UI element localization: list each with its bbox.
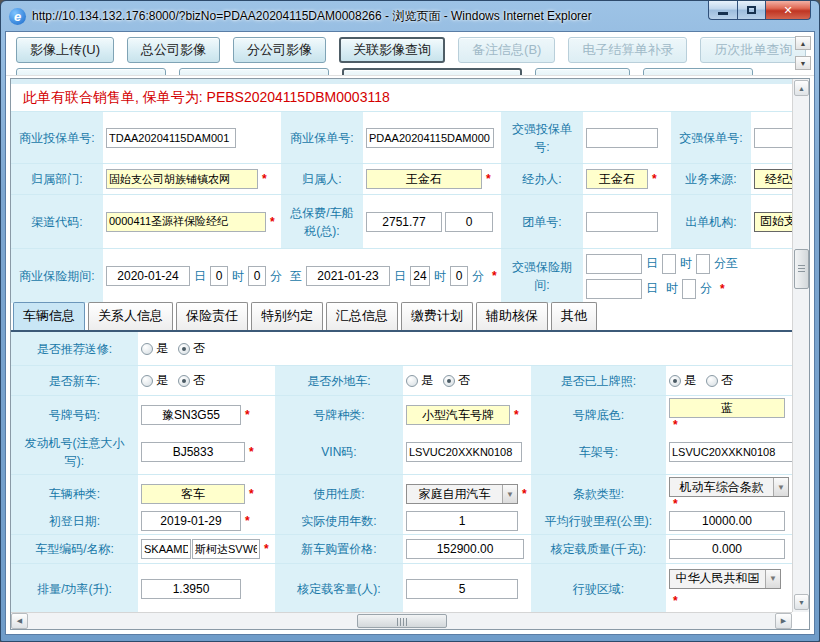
- tab-summary-info[interactable]: 汇总信息: [326, 302, 398, 330]
- biz-period-end-minute-input[interactable]: [450, 266, 468, 286]
- biz-application-no-input[interactable]: [106, 128, 236, 148]
- toolbar-button-partial[interactable]: [535, 68, 630, 76]
- related-image-query-button[interactable]: 关联影像查询: [339, 37, 445, 63]
- radio-yes-label: 是: [156, 372, 168, 389]
- joint-sale-notice: 此单有联合销售单, 保单号为: PEBS20204115DBM0003118: [11, 84, 792, 111]
- window-controls: ✕: [708, 1, 811, 20]
- ctp-period-start-hour-input[interactable]: [662, 254, 676, 274]
- issue-org-select[interactable]: 固始支公: [754, 212, 792, 232]
- owner-input[interactable]: [366, 169, 482, 189]
- biz-period-end-hour-input[interactable]: [410, 266, 430, 286]
- licensed-yes-radio[interactable]: [669, 375, 681, 387]
- vertical-scrollbar[interactable]: ▲ ▼: [792, 79, 809, 612]
- scroll-right-icon[interactable]: ▶: [775, 613, 792, 629]
- model-name-input[interactable]: [192, 539, 260, 559]
- licensed-no-radio[interactable]: [706, 375, 718, 387]
- toolbar-button-partial[interactable]: [643, 68, 753, 76]
- browser-window: e http://10.134.132.176:8000/?bizNo=PDAA…: [0, 0, 820, 642]
- branch-image-button[interactable]: 分公司影像: [233, 37, 326, 63]
- scroll-up-icon[interactable]: ▲: [794, 80, 809, 96]
- frame-no-label: 车架号:: [531, 430, 666, 474]
- displacement-input[interactable]: [141, 579, 241, 599]
- policy-form-panel: 此单有联合销售单, 保单号为: PEBS20204115DBM0003118 商…: [10, 78, 810, 630]
- group-policy-no-input[interactable]: [586, 212, 658, 232]
- horizontal-scrollbar-track[interactable]: [28, 614, 775, 628]
- channel-code-input[interactable]: [106, 212, 266, 232]
- ctp-period-start-date-input[interactable]: [586, 254, 642, 274]
- ctp-period-start-minute-input[interactable]: [696, 254, 710, 274]
- ctp-period-end-date-input[interactable]: [586, 279, 642, 299]
- toolbar-button-partial[interactable]: [16, 68, 166, 76]
- minimize-button[interactable]: [708, 1, 737, 20]
- ctp-policy-no-input[interactable]: [754, 128, 792, 148]
- vin-input[interactable]: [406, 442, 522, 462]
- business-source-select[interactable]: 经纪业: [754, 169, 792, 189]
- required-asterisk: *: [720, 282, 725, 296]
- seats-label: 核定载客量(人):: [275, 564, 403, 612]
- toolbar-button-partial[interactable]: [179, 68, 329, 76]
- frame-no-input[interactable]: [669, 442, 792, 462]
- horizontal-scrollbar[interactable]: ◀ ▶: [11, 612, 792, 629]
- model-code-input[interactable]: [141, 539, 191, 559]
- plate-type-input[interactable]: [406, 405, 510, 425]
- tab-special-agreement[interactable]: 特别约定: [251, 302, 323, 330]
- register-date-input[interactable]: [141, 511, 241, 531]
- scroll-left-icon[interactable]: ◀: [11, 613, 28, 629]
- clause-type-select[interactable]: 机动车综合条款▼: [669, 477, 789, 497]
- form-row-policy-numbers: 商业投保单号: 商业保单号: 交强投保单号: 交强保单号:: [11, 111, 792, 163]
- tab-vehicle-info[interactable]: 车辆信息: [13, 302, 85, 330]
- toolbar-button-partial[interactable]: [342, 68, 522, 76]
- engine-no-input[interactable]: [141, 442, 245, 462]
- handler-input[interactable]: [586, 169, 648, 189]
- new-car-label: 是否新车:: [11, 366, 138, 395]
- drive-area-select[interactable]: 中华人民共和国▼: [669, 569, 781, 589]
- biz-period-start-hour-input[interactable]: [210, 266, 228, 286]
- close-button[interactable]: ✕: [765, 1, 811, 20]
- ctp-application-no-input[interactable]: [586, 128, 658, 148]
- nonlocal-car-no-radio[interactable]: [443, 375, 455, 387]
- vehicle-type-input[interactable]: [141, 484, 245, 504]
- usage-select[interactable]: 家庭自用汽车▼: [406, 484, 518, 504]
- new-price-input[interactable]: [406, 539, 524, 559]
- new-car-yes-radio[interactable]: [141, 375, 153, 387]
- scroll-up-icon[interactable]: ▲: [795, 36, 811, 50]
- total-premium-input[interactable]: [366, 212, 442, 232]
- avg-mileage-input[interactable]: [669, 511, 785, 531]
- department-input[interactable]: [106, 169, 258, 189]
- plate-no-input[interactable]: [141, 405, 241, 425]
- required-asterisk: *: [522, 487, 527, 501]
- tab-other[interactable]: 其他: [551, 302, 597, 330]
- radio-yes-label: 是: [421, 372, 433, 389]
- biz-period-end-date-input[interactable]: [306, 266, 390, 286]
- horizontal-scrollbar-thumb[interactable]: [357, 614, 447, 628]
- maximize-button[interactable]: [737, 1, 765, 20]
- vertical-scrollbar-thumb[interactable]: [794, 249, 809, 289]
- toolbar-scroll-spinner: ▲ ▼: [795, 36, 811, 70]
- biz-policy-no-input[interactable]: [366, 128, 494, 148]
- ctp-period-end-minute-input[interactable]: [682, 279, 696, 299]
- nonlocal-car-yes-radio[interactable]: [406, 375, 418, 387]
- title-bar[interactable]: e http://10.134.132.176:8000/?bizNo=PDAA…: [1, 1, 819, 31]
- scroll-down-icon[interactable]: ▼: [795, 56, 811, 70]
- plate-color-input[interactable]: [669, 398, 785, 418]
- vehicle-tax-input[interactable]: [445, 212, 493, 232]
- used-years-input[interactable]: [406, 511, 518, 531]
- recommend-repair-no-radio[interactable]: [178, 343, 190, 355]
- tab-auxiliary-underwriting[interactable]: 辅助核保: [476, 302, 548, 330]
- vin-label: VIN码:: [275, 430, 403, 474]
- tab-related-persons[interactable]: 关系人信息: [88, 302, 173, 330]
- head-office-image-button[interactable]: 总公司影像: [127, 37, 220, 63]
- biz-period-start-minute-input[interactable]: [248, 266, 266, 286]
- seats-input[interactable]: [406, 579, 518, 599]
- row-model-price: 车型编码/名称: * 新车购置价格: 核定载质量(千克):: [11, 534, 792, 563]
- recommend-repair-yes-radio[interactable]: [141, 343, 153, 355]
- scrollbar-grip: [397, 618, 407, 626]
- image-upload-button[interactable]: 影像上传(U): [16, 37, 114, 63]
- tab-payment-plan[interactable]: 缴费计划: [401, 302, 473, 330]
- biz-period-start-date-input[interactable]: [106, 266, 190, 286]
- load-weight-input[interactable]: [669, 539, 785, 559]
- scroll-down-icon[interactable]: ▼: [794, 594, 809, 610]
- form-row-ownership: 归属部门: * 归属人: * 经办人: * 业务来源: 经纪业: [11, 163, 792, 194]
- new-car-no-radio[interactable]: [178, 375, 190, 387]
- tab-insurance-liability[interactable]: 保险责任: [176, 302, 248, 330]
